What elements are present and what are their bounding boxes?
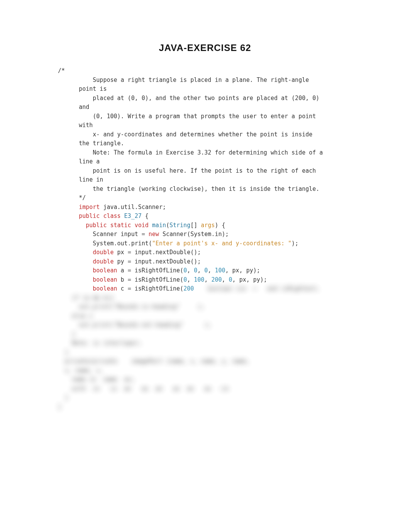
kw-double: double [93, 249, 114, 256]
code-text: in [215, 231, 222, 238]
brackets: [] [190, 222, 197, 229]
kw-public: public [79, 212, 100, 219]
comment-line: x- and y-coordinates and determines whet… [86, 131, 316, 138]
comma: , [208, 267, 215, 274]
num: 100 [194, 276, 204, 283]
code-text: Scanner input [79, 231, 142, 238]
code-text: out [117, 240, 128, 247]
num: 0 [183, 276, 187, 283]
code-text: input [131, 249, 152, 256]
blurred-region: boolean iso = and isRightest; if (a && b… [58, 285, 319, 410]
eq: = [128, 249, 131, 256]
comma: , [204, 276, 211, 283]
dot: . [128, 240, 131, 247]
code-text: ); [222, 231, 229, 238]
num: 0 [194, 267, 197, 274]
comment-line: line a [79, 158, 100, 165]
dot: . [152, 249, 156, 256]
kw-double: double [93, 258, 114, 265]
code-text: System [79, 240, 114, 247]
comment-line: the triangle (working clockwise), then i… [86, 185, 319, 192]
num: 100 [215, 267, 225, 274]
comma: , [187, 267, 194, 274]
kw-void: void [135, 222, 149, 229]
comment-line: point is [79, 85, 107, 92]
page-title: JAVA-EXERCISE 62 [58, 42, 352, 53]
main: main [152, 222, 166, 229]
code-text: c [117, 285, 128, 292]
kw-static: static [110, 222, 131, 229]
code-text: isRightOfLine( [131, 276, 183, 283]
paren: ( [166, 222, 169, 229]
comma: , [197, 267, 204, 274]
eq: = [128, 276, 131, 283]
num: 0 [204, 267, 208, 274]
comment-line: line in [79, 176, 103, 183]
comment-line: (0, 100). Write a program that prompts t… [86, 113, 319, 120]
code-text: py [114, 258, 128, 265]
brace: { [218, 222, 225, 229]
num: 0 [229, 276, 232, 283]
code-text: print( [131, 240, 152, 247]
eq: = [128, 285, 131, 292]
eq: = [128, 267, 131, 274]
kw-public: public [86, 222, 107, 229]
kw-boolean: boolean [93, 285, 117, 292]
code-text: a [117, 267, 128, 274]
string-literal: "Enter a point's x- and y-coordinates: " [152, 240, 291, 247]
comment-line: point is on is useful here. If the point… [86, 167, 319, 174]
code-text: isRightOfLine( [131, 267, 183, 274]
comma: , [225, 267, 232, 274]
comma: , [222, 276, 229, 283]
args: args [201, 222, 215, 229]
comment-line: Note: The formula in Exercise 3.32 for d… [86, 149, 326, 156]
comment-open: /* [58, 67, 65, 74]
type-string: String [169, 222, 190, 229]
kw-boolean: boolean [93, 267, 117, 274]
eq: = [142, 231, 145, 238]
classname: E3_27 [124, 212, 142, 219]
brace: { [142, 212, 149, 219]
code-text: px [114, 249, 128, 256]
comment-close: */ [79, 194, 86, 201]
num: 200 [211, 276, 222, 283]
eq: = [128, 258, 131, 265]
comment-line: Suppose a right triangle is placed in a … [86, 76, 312, 83]
num: 0 [183, 267, 187, 274]
code-text: input [131, 258, 152, 265]
dot: . [114, 240, 117, 247]
code-block: /* Suppose a right triangle is placed in… [58, 66, 352, 411]
comment-line: placed at (0, 0), and the other two poin… [86, 95, 323, 102]
comment-line: with [79, 122, 93, 129]
kw-new: new [145, 231, 159, 238]
code-text: isRightOfLine( [131, 285, 183, 292]
import-path: java.util.Scanner; [100, 204, 166, 211]
comment-line: and [79, 104, 89, 110]
code-text: nextDouble(); [156, 249, 201, 256]
comment-line: the triangle. [79, 140, 124, 147]
code-text: Scanner(System [159, 231, 211, 238]
num: 200 [183, 285, 194, 292]
comma: , [187, 276, 194, 283]
code-text: ); [291, 240, 298, 247]
kw-import: import [79, 204, 100, 211]
blurred-code: boolean iso = and isRightest; if (a && b… [58, 285, 319, 410]
kw-boolean: boolean [93, 276, 117, 283]
code-text: px, py); [232, 267, 260, 274]
dot: . [152, 258, 156, 265]
comma: , [232, 276, 239, 283]
code-text: nextDouble(); [156, 258, 201, 265]
document-page: JAVA-EXERCISE 62 /* Suppose a right tria… [0, 0, 410, 532]
code-text: px, py); [239, 276, 267, 283]
kw-class: class [103, 212, 120, 219]
code-text: b [117, 276, 128, 283]
